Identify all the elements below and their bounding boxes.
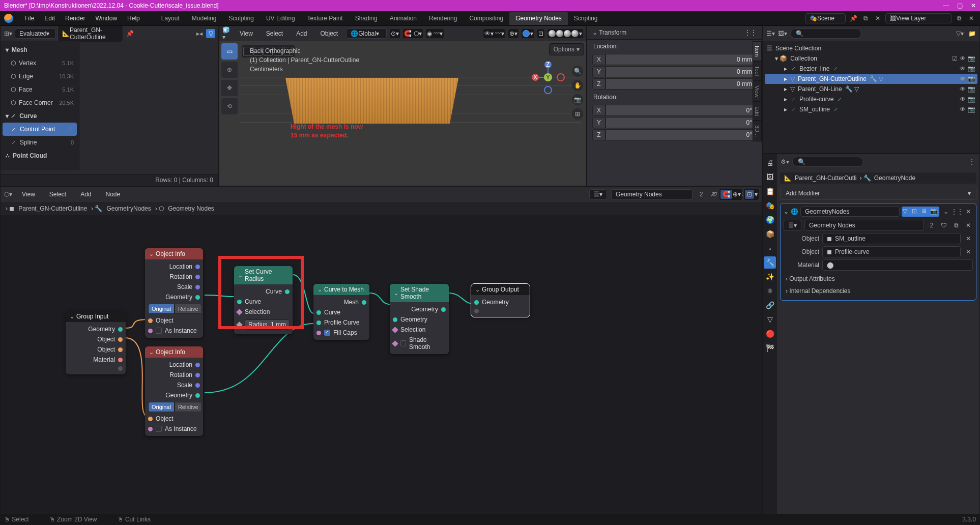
- proptab-world[interactable]: 🌍: [764, 214, 776, 226]
- node-group-input[interactable]: Group Input Geometry Object Object Mater…: [66, 311, 126, 374]
- node-canvas[interactable]: Group Input Geometry Object Object Mater…: [1, 215, 762, 523]
- clear-icon[interactable]: ✕: [964, 247, 973, 256]
- node-set-curve-radius[interactable]: Set Curve Radius Curve Curve Selection R…: [234, 266, 293, 334]
- domain-edge[interactable]: ⬡ Edge10.3K: [1, 70, 79, 83]
- pivot-dd[interactable]: ⊙▾: [390, 29, 400, 38]
- item-parent-line[interactable]: ▸ ▽ Parent_GN-Line 🔧 ▽ 👁📷: [765, 84, 977, 94]
- eval-mode-dd[interactable]: Evaluated ▾: [15, 28, 55, 39]
- fake-user-icon[interactable]: 🛡: [939, 221, 948, 230]
- tool-rotate[interactable]: ⟲: [221, 98, 238, 114]
- mod-extras-icon[interactable]: ⌄: [941, 207, 950, 216]
- menu-file[interactable]: File: [19, 13, 39, 24]
- add-icon[interactable]: ⧉: [955, 14, 964, 23]
- ne-menu-add[interactable]: Add: [75, 189, 96, 200]
- tab-shading[interactable]: Shading: [349, 12, 384, 25]
- snap-toggle[interactable]: 🧲 ⬡▾: [403, 29, 422, 38]
- filter-icon[interactable]: ▽▾: [955, 29, 964, 38]
- props-options-icon[interactable]: ⋮: [967, 157, 976, 166]
- browse-tree-icon[interactable]: ☰▾: [589, 189, 607, 199]
- outliner-editor-icon[interactable]: ☰▾: [766, 29, 775, 38]
- domain-mesh[interactable]: ▾ Mesh: [1, 43, 79, 56]
- input-object-1[interactable]: ◼ SM_outline: [822, 233, 961, 244]
- ntab-3d[interactable]: 3D...: [753, 121, 762, 141]
- ntab-item[interactable]: Item: [753, 41, 762, 61]
- props-search[interactable]: 🔍: [792, 157, 863, 167]
- maximize-icon[interactable]: ▢: [957, 2, 963, 9]
- spreadsheet-editor-icon[interactable]: ⊞▾: [4, 29, 13, 38]
- zoom-icon[interactable]: 🔍: [572, 66, 583, 77]
- proptab-data[interactable]: ▽: [764, 313, 776, 326]
- proptab-texture[interactable]: 🏁: [764, 342, 776, 354]
- domain-vertex[interactable]: ⬡ Vertex5.1K: [1, 56, 79, 70]
- add-modifier-button[interactable]: Add Modifier▾: [780, 187, 976, 200]
- tab-texturepaint[interactable]: Texture Paint: [301, 12, 349, 25]
- tab-animation[interactable]: Animation: [384, 12, 423, 25]
- vp-menu-add[interactable]: Add: [291, 28, 312, 39]
- menu-help[interactable]: Help: [122, 13, 145, 24]
- tool-move[interactable]: ✥: [221, 80, 238, 96]
- loc-y[interactable]: 0 mm: [606, 66, 757, 77]
- persp-icon[interactable]: ⊞: [572, 108, 583, 120]
- btn-original[interactable]: Original: [148, 402, 175, 412]
- new-collection-icon[interactable]: 📁: [967, 29, 976, 38]
- ntab-tool[interactable]: Tool: [753, 61, 762, 80]
- tab-layout[interactable]: Layout: [155, 12, 186, 25]
- proptab-collection[interactable]: 📦: [764, 228, 776, 240]
- overlay-icons[interactable]: ▾: [522, 29, 534, 38]
- item-profile[interactable]: ▸ ⟋ Profile-curve ⟋ 👁📷: [765, 94, 977, 104]
- camera-icon[interactable]: 📷: [572, 94, 583, 105]
- nodegroup-name[interactable]: Geometry Nodes: [804, 220, 924, 231]
- input-object-2[interactable]: ◼ Profile-curve: [822, 246, 961, 257]
- parent-icon[interactable]: ↗: [708, 190, 717, 199]
- viewport-canvas[interactable]: Options ▾ ▭ ⊕ ✥ ⟲ Back Orthographic (1) …: [219, 41, 586, 186]
- output-attrs-expander[interactable]: › Output Attributes: [784, 273, 973, 285]
- proptab-modifier[interactable]: 🔧: [764, 256, 776, 269]
- grip-icon[interactable]: ⋮⋮: [744, 29, 757, 36]
- node-set-shade-smooth[interactable]: Set Shade Smooth Geometry Geometry Selec…: [390, 284, 449, 354]
- dup-icon[interactable]: ⧉: [952, 221, 961, 230]
- proptab-output[interactable]: 🖼: [764, 171, 776, 183]
- tab-compositing[interactable]: Compositing: [463, 12, 509, 25]
- tab-rendering[interactable]: Rendering: [423, 12, 463, 25]
- menu-window[interactable]: Window: [90, 13, 122, 24]
- check-icon[interactable]: ☑: [952, 55, 958, 62]
- shading-modes[interactable]: ▾: [547, 29, 583, 38]
- viewlayer-selector[interactable]: 🖼 View Layer: [885, 13, 952, 23]
- minimize-icon[interactable]: —: [943, 2, 949, 9]
- proptab-particle[interactable]: ✨: [764, 271, 776, 283]
- domain-pointcloud[interactable]: ∴ Point Cloud: [1, 149, 79, 162]
- snap-icons[interactable]: 🧲 ⊕▾: [719, 189, 742, 200]
- orientation-dd[interactable]: 🌐 Global ▾: [346, 28, 387, 39]
- users-count[interactable]: 2: [927, 221, 936, 230]
- rot-y[interactable]: 0°: [606, 117, 757, 128]
- domain-controlpoint[interactable]: ⟋ Control Point0: [3, 123, 77, 136]
- domain-facecorner[interactable]: ⬡ Face Corner20.5K: [1, 96, 79, 109]
- domain-curve[interactable]: ▾ ⟋ Curve: [1, 109, 79, 123]
- ne-menu-view[interactable]: View: [17, 189, 40, 200]
- proptab-render[interactable]: 🖨: [764, 157, 776, 169]
- domain-face[interactable]: ⬡ Face5.1K: [1, 83, 79, 96]
- eye-icon[interactable]: 👁: [960, 55, 966, 62]
- vp-menu-object[interactable]: Object: [315, 28, 343, 39]
- domain-spline[interactable]: ⟋ Spline0: [1, 136, 79, 149]
- proptab-object[interactable]: ▫: [764, 242, 776, 254]
- rot-x[interactable]: 0°: [606, 105, 757, 116]
- editor-type-icon[interactable]: 🧊▾: [222, 29, 232, 38]
- arrow-select-icon[interactable]: ▸◂: [195, 29, 204, 38]
- clear-icon[interactable]: ✕: [964, 234, 973, 243]
- proptab-physics[interactable]: ⚛: [764, 285, 776, 297]
- mod-visibility[interactable]: ▽⊡🖥📷: [902, 207, 939, 217]
- overlay-icons[interactable]: ⊡▾: [744, 189, 759, 200]
- internal-deps-expander[interactable]: › Internal Dependencies: [784, 285, 973, 297]
- node-object-info-2[interactable]: Object Info Location Rotation Scale Geom…: [145, 346, 203, 436]
- btn-original[interactable]: Original: [148, 304, 175, 314]
- xray-icon[interactable]: ⊡: [537, 29, 544, 38]
- tab-uvediting[interactable]: UV Editing: [260, 12, 301, 25]
- item-bezier[interactable]: ▸ ⟋ Bezier_line ⟋ 👁📷: [765, 64, 977, 74]
- expand-icon[interactable]: ⌄: [784, 208, 789, 215]
- collection-row[interactable]: ▾ 📦 Collection ☑👁📷: [765, 53, 977, 64]
- unlink-icon[interactable]: ✕: [964, 221, 973, 230]
- filter-icon[interactable]: ▽: [206, 29, 215, 38]
- btn-relative[interactable]: Relative: [175, 304, 202, 314]
- tool-select[interactable]: ▭: [221, 43, 238, 60]
